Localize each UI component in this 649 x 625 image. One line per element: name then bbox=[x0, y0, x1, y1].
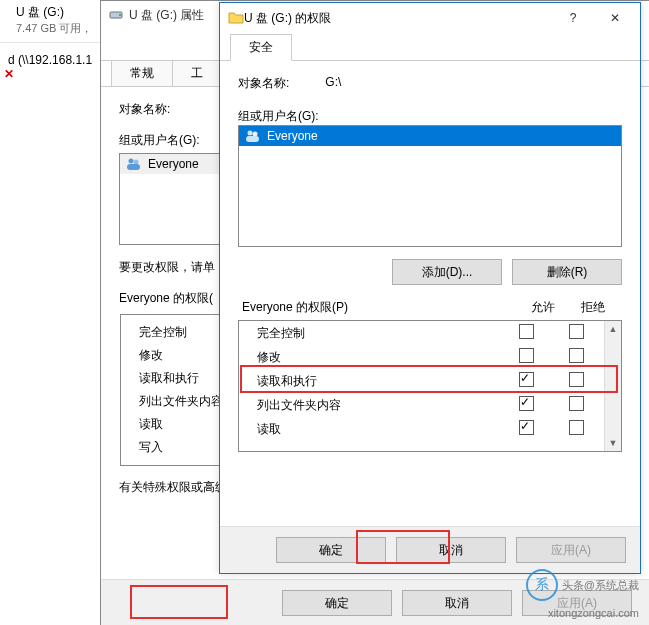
scroll-up-icon[interactable]: ▲ bbox=[605, 321, 621, 337]
watermark-text2: xitongzongcai.com bbox=[548, 607, 639, 619]
perm-row-readexec: 读取和执行 bbox=[239, 369, 605, 393]
perm-group-users-label: 组或用户名(G): bbox=[238, 108, 622, 125]
permissions-apply-button[interactable]: 应用(A) bbox=[516, 537, 626, 563]
add-remove-row: 添加(D)... 删除(R) bbox=[238, 259, 622, 285]
close-button[interactable]: ✕ bbox=[594, 5, 636, 31]
perm-object-name-value: G:\ bbox=[325, 75, 341, 92]
users-icon bbox=[245, 129, 261, 143]
permissions-tabbar: 安全 bbox=[220, 33, 640, 61]
svg-point-5 bbox=[248, 131, 253, 136]
perm-table-scrollbar[interactable]: ▲ ▼ bbox=[604, 321, 621, 451]
permissions-title: U 盘 (G:) 的权限 bbox=[244, 10, 331, 27]
deny-fullcontrol-checkbox[interactable] bbox=[569, 324, 584, 339]
permissions-dialog: U 盘 (G:) 的权限 ? ✕ 安全 对象名称: G:\ 组或用户名(G): … bbox=[219, 2, 641, 574]
perm-row-fullcontrol: 完全控制 bbox=[239, 321, 605, 345]
error-x-icon: ✕ bbox=[0, 67, 100, 81]
allow-modify-checkbox[interactable] bbox=[519, 348, 534, 363]
watermark: 系 头条@系统总裁 xitongzongcai.com bbox=[526, 569, 639, 619]
scroll-down-icon[interactable]: ▼ bbox=[605, 435, 621, 451]
explorer-sidebar: U 盘 (G:) 7.47 GB 可用， d (\\192.168.1.1 ✕ bbox=[0, 0, 101, 625]
deny-readexec-checkbox[interactable] bbox=[569, 372, 584, 387]
perm-row-listfolder: 列出文件夹内容 bbox=[239, 393, 605, 417]
permissions-body: 对象名称: G:\ 组或用户名(G): Everyone 添加(D)... 删除… bbox=[220, 61, 640, 526]
network-label: d (\\192.168.1.1 bbox=[8, 53, 92, 67]
tab-security[interactable]: 安全 bbox=[230, 34, 292, 61]
drive-icon bbox=[109, 7, 123, 24]
watermark-logo-icon: 系 bbox=[526, 569, 558, 601]
permissions-button-row: 确定 取消 应用(A) bbox=[220, 526, 640, 573]
allow-listfolder-checkbox[interactable] bbox=[519, 396, 534, 411]
perm-table-header: Everyone 的权限(P) 允许 拒绝 bbox=[238, 299, 622, 320]
svg-point-6 bbox=[253, 132, 258, 137]
user-everyone-label: Everyone bbox=[148, 157, 199, 171]
perm-user-everyone-label: Everyone bbox=[267, 129, 318, 143]
drive-label: U 盘 (G:) bbox=[16, 5, 64, 19]
properties-title: U 盘 (G:) 属性 bbox=[129, 7, 204, 24]
properties-ok-button[interactable]: 确定 bbox=[282, 590, 392, 616]
watermark-text1: 头条@系统总裁 bbox=[562, 578, 639, 593]
perm-users-listbox[interactable]: Everyone bbox=[238, 125, 622, 247]
perm-row-read: 读取 bbox=[239, 417, 605, 441]
svg-point-2 bbox=[129, 159, 134, 164]
add-button[interactable]: 添加(D)... bbox=[392, 259, 502, 285]
perm-object-name-label: 对象名称: bbox=[238, 75, 289, 92]
folder-icon bbox=[228, 10, 244, 27]
col-allow-header: 允许 bbox=[518, 299, 568, 316]
perm-table: 完全控制 修改 读取和执行 列出文件夹内 bbox=[238, 320, 622, 452]
allow-fullcontrol-checkbox[interactable] bbox=[519, 324, 534, 339]
deny-modify-checkbox[interactable] bbox=[569, 348, 584, 363]
perm-for-label: Everyone 的权限(P) bbox=[242, 299, 518, 316]
permissions-cancel-button[interactable]: 取消 bbox=[396, 537, 506, 563]
permissions-titlebar: U 盘 (G:) 的权限 ? ✕ bbox=[220, 3, 640, 33]
perm-row-modify: 修改 bbox=[239, 345, 605, 369]
allow-read-checkbox[interactable] bbox=[519, 420, 534, 435]
tab-general[interactable]: 常规 bbox=[111, 60, 173, 86]
help-button[interactable]: ? bbox=[552, 5, 594, 31]
remove-button[interactable]: 删除(R) bbox=[512, 259, 622, 285]
users-icon bbox=[126, 157, 142, 171]
svg-rect-1 bbox=[119, 14, 121, 16]
perm-user-everyone-row[interactable]: Everyone bbox=[239, 126, 621, 146]
tab-tools[interactable]: 工 bbox=[172, 60, 222, 86]
drive-item[interactable]: U 盘 (G:) bbox=[0, 0, 100, 21]
properties-cancel-button[interactable]: 取消 bbox=[402, 590, 512, 616]
svg-point-3 bbox=[134, 160, 139, 165]
allow-readexec-checkbox[interactable] bbox=[519, 372, 534, 387]
network-location[interactable]: d (\\192.168.1.1 bbox=[0, 43, 100, 67]
svg-rect-7 bbox=[246, 136, 259, 142]
permissions-ok-button[interactable]: 确定 bbox=[276, 537, 386, 563]
col-deny-header: 拒绝 bbox=[568, 299, 618, 316]
svg-rect-4 bbox=[127, 164, 140, 170]
drive-free-space: 7.47 GB 可用， bbox=[0, 21, 100, 43]
deny-listfolder-checkbox[interactable] bbox=[569, 396, 584, 411]
deny-read-checkbox[interactable] bbox=[569, 420, 584, 435]
